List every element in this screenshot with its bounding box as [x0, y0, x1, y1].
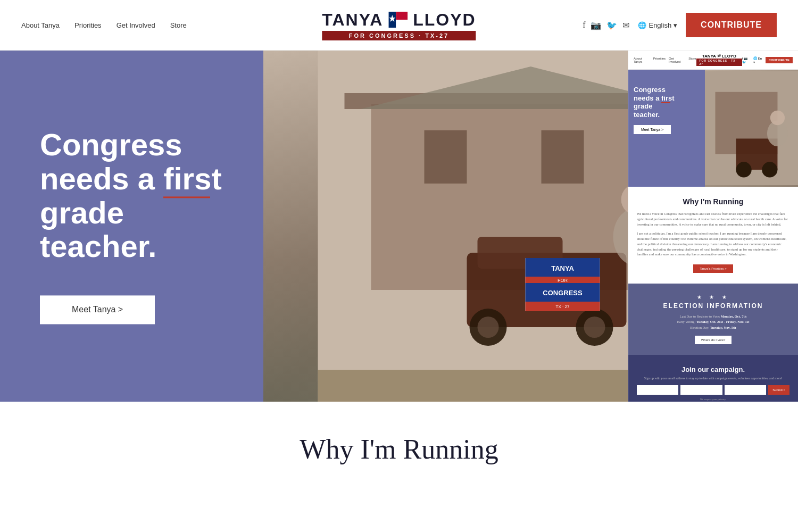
- preview-where-button[interactable]: Where do I vote?: [695, 336, 732, 344]
- social-icons: f 📷 🐦 ✉: [583, 20, 629, 30]
- preview-hero: Congress needs a first grade teacher. Me…: [628, 70, 798, 187]
- svg-rect-8: [425, 130, 467, 184]
- preview-early-voting: Early Voting: Tuesday, Oct. 21st - Frida…: [637, 319, 789, 325]
- preview-headline-teacher: teacher.: [634, 111, 675, 119]
- preview-join-form: Submit >: [637, 385, 789, 395]
- preview-why-text2: I am not a politician. I'm a first grade…: [637, 231, 789, 257]
- nav-link-store[interactable]: Store: [170, 21, 187, 29]
- headline-line4: teacher.: [40, 230, 222, 264]
- instagram-icon[interactable]: 📷: [591, 20, 601, 30]
- preview-hero-text: Congress needs a first grade teacher. Me…: [634, 86, 675, 134]
- headline-needs: needs a: [40, 161, 163, 196]
- logo-first: TANYA: [322, 10, 383, 30]
- preview-submit-button[interactable]: Submit >: [768, 385, 789, 395]
- preview-nav-get-involved: Get Involved: [669, 57, 685, 63]
- logo[interactable]: TANYA LLOYD: [322, 10, 476, 30]
- preview-social-icons: f 📷 🐦: [742, 56, 751, 64]
- logo-tagline: FOR CONGRESS · TX-27: [322, 31, 476, 40]
- headline-line1: Congress: [40, 128, 222, 162]
- nav-right: f 📷 🐦 ✉ 🌐 English ▾ CONTRIBUTE: [583, 13, 777, 37]
- preview-stars: ★ ★ ★: [637, 294, 789, 300]
- svg-point-14: [478, 317, 499, 338]
- preview-why-title: Why I'm Running: [637, 197, 789, 206]
- preview-hero-headline: Congress needs a first grade teacher.: [634, 86, 675, 119]
- svg-point-32: [762, 162, 777, 177]
- preview-logo-second: LLOYD: [722, 54, 736, 59]
- preview-last-day: Last Day to Register to Vote: Monday, Oc…: [637, 314, 789, 319]
- preview-election-day: Election Day: Tuesday, Nov. 5th: [637, 325, 789, 330]
- preview-election-section: ★ ★ ★ ELECTION INFORMATION Last Day to R…: [628, 284, 798, 355]
- main-content: Why I'm Running: [0, 402, 798, 497]
- why-title: Why I'm Running: [160, 434, 638, 465]
- svg-text:TANYA: TANYA: [551, 264, 574, 272]
- nav-link-about[interactable]: About Tanya: [21, 21, 60, 29]
- svg-rect-9: [542, 130, 584, 184]
- preview-meet-button[interactable]: Meet Tanya >: [634, 125, 671, 134]
- preview-contribute-button[interactable]: CONTRIBUTE: [766, 57, 793, 63]
- preview-lang: 🌐 En ▾: [753, 56, 763, 64]
- svg-rect-2: [396, 20, 408, 28]
- preview-email-input[interactable]: [725, 385, 766, 395]
- language-selector[interactable]: 🌐 English ▾: [638, 21, 677, 29]
- svg-point-15: [584, 317, 605, 338]
- svg-text:TX · 27: TX · 27: [556, 304, 570, 309]
- svg-point-34: [770, 111, 784, 125]
- headline-first: first: [163, 162, 222, 196]
- meet-tanya-button[interactable]: Meet Tanya >: [40, 296, 155, 325]
- preview-firstname-input[interactable]: [637, 385, 678, 395]
- hero-section: TANYA FOR CONGRESS TX · 27 Congress need…: [0, 51, 798, 402]
- nav-links: About Tanya Priorities Get Involved Stor…: [21, 21, 187, 29]
- preview-navbar: About Tanya Priorities Get Involved Stor…: [628, 51, 798, 70]
- preview-election-text: Last Day to Register to Vote: Monday, Oc…: [637, 314, 789, 330]
- contribute-button[interactable]: CONTRIBUTE: [686, 13, 777, 37]
- preview-privacy-text: We respect your privacy.: [637, 398, 789, 401]
- logo-second: LLOYD: [413, 10, 476, 30]
- hero-headline: Congress needs a first grade teacher.: [40, 128, 222, 263]
- preview-why-text1: We need a voice in Congress that recogni…: [637, 211, 789, 227]
- hero-text-overlay: Congress needs a first grade teacher. Me…: [40, 128, 222, 324]
- preview-panel: About Tanya Priorities Get Involved Stor…: [628, 51, 798, 402]
- texas-flag-icon: [388, 12, 408, 28]
- nav-link-get-involved[interactable]: Get Involved: [117, 21, 155, 29]
- language-label: English: [649, 21, 671, 29]
- svg-text:FOR: FOR: [558, 278, 568, 283]
- preview-nav-priorities: Priorities: [653, 57, 666, 63]
- preview-election-title: ELECTION INFORMATION: [637, 302, 789, 310]
- chevron-down-icon: ▾: [674, 21, 677, 29]
- preview-join-title: Join our campaign.: [637, 365, 789, 373]
- facebook-icon[interactable]: f: [583, 20, 585, 30]
- preview-tx-icon: 🏴: [717, 54, 721, 58]
- logo-area: TANYA LLOYD FOR CONGRESS · TX-27: [322, 10, 476, 40]
- preview-nav-links: About Tanya Priorities Get Involved Stor…: [634, 57, 696, 63]
- navbar: About Tanya Priorities Get Involved Stor…: [0, 0, 798, 51]
- preview-nav-about: About Tanya: [634, 57, 650, 63]
- headline-line2: needs a first: [40, 162, 222, 196]
- svg-point-31: [736, 162, 751, 177]
- preview-headline-grade: grade: [634, 102, 675, 111]
- why-section: Why I'm Running: [160, 434, 638, 465]
- headline-line3: grade: [40, 196, 222, 230]
- preview-join-section: Join our campaign. Sign up with your ema…: [628, 355, 798, 402]
- preview-headline-congress: Congress: [634, 86, 675, 94]
- preview-why-section: Why I'm Running We need a voice in Congr…: [628, 187, 798, 284]
- preview-logo-first: TANYA: [702, 54, 716, 59]
- preview-logo: TANYA 🏴 LLOYD FOR CONGRESS · TX-27: [696, 54, 743, 66]
- svg-text:CONGRESS: CONGRESS: [543, 289, 583, 297]
- preview-hero-photo: [705, 70, 798, 187]
- preview-logo-tagline: FOR CONGRESS · TX-27: [696, 59, 743, 66]
- nav-link-priorities[interactable]: Priorities: [74, 21, 102, 29]
- twitter-icon[interactable]: 🐦: [606, 20, 617, 30]
- preview-lastname-input[interactable]: [680, 385, 722, 395]
- email-icon[interactable]: ✉: [622, 20, 629, 30]
- preview-nav-right: f 📷 🐦 🌐 En ▾ CONTRIBUTE: [742, 56, 793, 64]
- svg-rect-1: [396, 12, 408, 20]
- preview-priorities-button[interactable]: Tanya's Priorities >: [693, 264, 733, 273]
- preview-headline-needs: needs a first: [634, 94, 675, 103]
- globe-icon: 🌐: [638, 21, 646, 29]
- preview-nav-store: Store: [688, 57, 696, 63]
- preview-join-subtitle: Sign up with your email address to stay …: [637, 377, 789, 380]
